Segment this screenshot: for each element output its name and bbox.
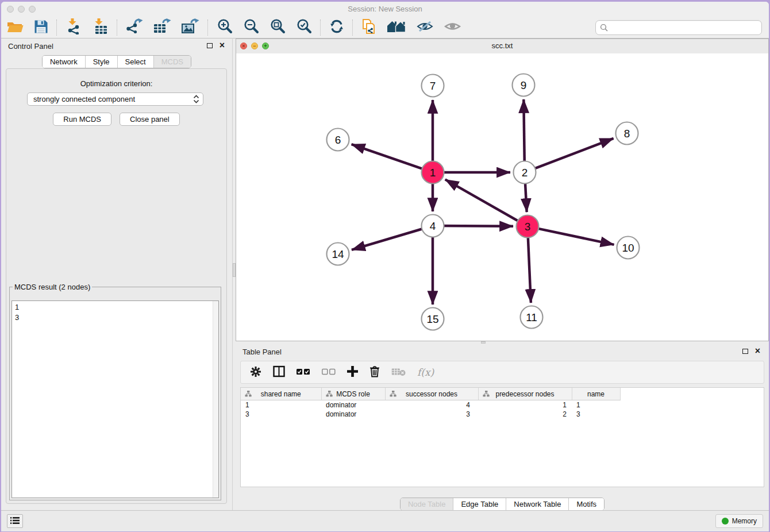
table-cell[interactable]: 3 [572,410,620,419]
open-folder-icon [6,20,24,36]
graph-node-3[interactable]: 3 [517,215,539,238]
close-table-panel-icon[interactable]: × [755,345,760,357]
table-cell[interactable]: 1 [572,400,620,410]
hierarchy-icon [326,391,333,399]
export-network-button[interactable] [121,18,148,37]
float-table-panel-icon[interactable] [742,349,748,354]
save-session-button[interactable] [29,18,53,37]
import-table-button[interactable] [87,18,114,37]
task-history-button[interactable] [7,514,23,528]
graph-node-7[interactable]: 7 [422,75,444,97]
delete-table-button[interactable] [391,367,406,378]
graph-edge-1-6[interactable] [352,144,429,171]
open-session-button[interactable] [1,18,29,37]
tab-motifs[interactable]: Motifs [568,498,604,510]
graph-edge-4-3[interactable] [437,226,513,226]
graph-edge-3-10[interactable] [532,228,614,245]
graph-edge-2-9[interactable] [523,99,525,168]
network-canvas[interactable]: 7968124314101511 [236,53,768,341]
zoom-selected-icon [296,18,312,36]
function-icon: f(x) [417,367,434,378]
table-cell[interactable]: 3 [241,410,321,419]
graph-node-11[interactable]: 11 [521,306,543,329]
float-panel-icon[interactable] [207,43,213,48]
graph-node-1[interactable]: 1 [422,161,444,184]
refresh-button[interactable] [324,18,349,37]
graph-node-2[interactable]: 2 [514,161,536,184]
graph-node-4[interactable]: 4 [422,215,444,237]
list-icon [10,516,20,526]
close-panel-button[interactable]: Close panel [120,113,180,126]
column-header-successor-nodes[interactable]: successor nodes [385,388,478,400]
export-image-button[interactable] [176,18,205,37]
table-row[interactable]: 3dominator323 [241,410,620,419]
graph-node-6[interactable]: 6 [327,129,349,151]
graph-edge-3-1[interactable] [445,179,523,224]
delete-columns-button[interactable] [369,365,380,379]
graph-node-15[interactable]: 15 [422,308,444,330]
tab-select[interactable]: Select [117,56,153,68]
criterion-select[interactable]: strongly connected component [27,92,203,106]
export-table-icon [153,18,171,36]
svg-text:4: 4 [430,220,436,232]
graph-node-14[interactable]: 14 [327,243,349,265]
svg-text:10: 10 [622,242,634,254]
graph-edge-2-8[interactable] [529,138,613,171]
table-cell[interactable]: 2 [478,410,572,419]
column-header-predecessor-nodes[interactable]: predecessor nodes [478,388,572,400]
apply-function-button[interactable]: f(x) [417,367,434,378]
column-header-shared-name[interactable]: shared name [241,388,321,400]
column-header-mcds-role[interactable]: MCDS role [321,388,385,400]
mcds-result-text[interactable]: 1 3 [11,300,219,498]
table-cell[interactable]: 4 [385,400,478,410]
show-column-selector-button[interactable] [273,365,285,379]
network-view-window: × − + scc.txt 7968124314101511 [236,38,769,341]
graph-node-10[interactable]: 10 [617,237,640,259]
run-mcds-button[interactable]: Run MCDS [53,113,111,126]
svg-text:6: 6 [335,134,341,146]
result-scrollbar[interactable] [213,301,218,498]
deselect-all-button[interactable] [322,368,336,377]
add-column-button[interactable] [347,366,358,379]
svg-text:15: 15 [426,313,438,325]
graph-edge-3-11[interactable] [528,231,531,303]
search-input[interactable] [610,21,761,34]
zoom-in-icon [217,18,233,36]
export-table-button[interactable] [148,18,176,37]
show-all-button[interactable] [439,18,467,37]
table-options-button[interactable] [250,366,261,379]
tab-network-table[interactable]: Network Table [506,498,568,510]
table-cell[interactable]: dominator [321,410,385,419]
table-cell[interactable]: 1 [241,400,321,410]
svg-text:2: 2 [522,167,528,179]
memory-button[interactable]: Memory [715,514,763,528]
tab-edge-table[interactable]: Edge Table [453,498,506,510]
table-row[interactable]: 1dominator411 [241,400,620,410]
graph-node-8[interactable]: 8 [616,122,638,145]
toolbar-separator [117,20,118,36]
zoom-fit-button[interactable] [264,18,291,37]
zoom-selected-button[interactable] [291,18,317,37]
zoom-fit-icon [270,18,286,36]
close-panel-icon[interactable]: × [220,40,225,51]
select-all-button[interactable] [297,368,310,377]
table-cell[interactable]: 1 [478,400,572,410]
tab-node-table[interactable]: Node Table [401,498,453,510]
mcds-result-title: MCDS result (2 nodes) [13,283,92,291]
duplicate-network-button[interactable] [356,18,382,37]
graph-edge-4-14[interactable] [352,227,428,250]
table-cell[interactable]: 3 [385,410,478,419]
table-cell[interactable]: dominator [321,400,385,410]
hide-selected-button[interactable] [411,18,439,37]
search-field[interactable] [595,20,762,35]
plus-icon [347,366,358,379]
tab-mcds[interactable]: MCDS [153,56,191,68]
tab-network[interactable]: Network [43,56,85,68]
graph-node-9[interactable]: 9 [513,74,535,97]
import-network-button[interactable] [60,18,87,37]
houses-button[interactable] [382,18,411,37]
tab-style[interactable]: Style [85,56,117,68]
zoom-out-button[interactable] [238,18,264,37]
zoom-in-button[interactable] [211,18,238,37]
column-header-name[interactable]: name [572,388,620,400]
